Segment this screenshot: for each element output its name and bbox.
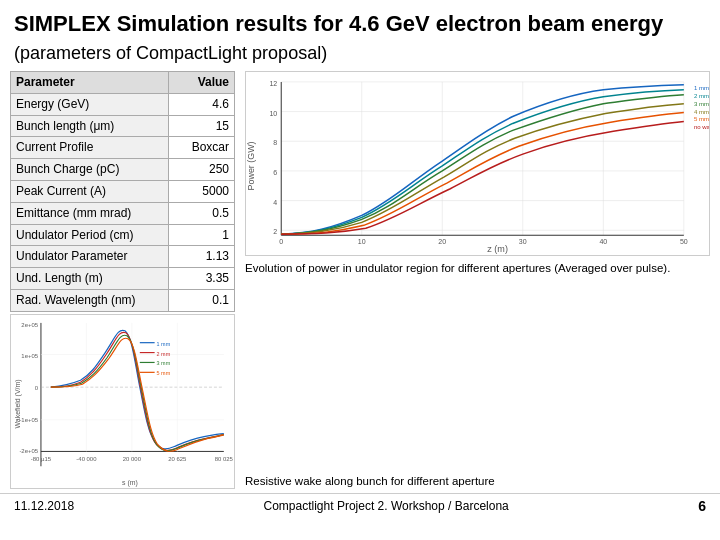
param-value: 0.1 [168, 289, 234, 311]
svg-text:20: 20 [438, 238, 446, 245]
param-name: Emittance (mm mrad) [11, 202, 169, 224]
param-value: 1 [168, 224, 234, 246]
svg-text:0: 0 [279, 238, 283, 245]
bottom-row: Wakefield (V/m) s (m) 2e+05 1e+05 0 -1e+ [0, 314, 720, 489]
svg-text:5 mm: 5 mm [694, 117, 709, 123]
footer-center: Compactlight Project 2. Workshop / Barce… [74, 499, 698, 513]
table-row: Undulator Parameter1.13 [11, 246, 235, 268]
power-chart-svg: Power (GW) z (m) [246, 72, 709, 255]
param-value: 15 [168, 115, 234, 137]
svg-text:3 mm: 3 mm [157, 360, 171, 366]
param-name: Undulator Period (cm) [11, 224, 169, 246]
svg-text:1 mm: 1 mm [157, 340, 171, 346]
svg-text:80 025: 80 025 [215, 456, 234, 462]
table-row: Rad. Wavelength (nm)0.1 [11, 289, 235, 311]
svg-text:-40 000: -40 000 [76, 456, 97, 462]
svg-text:2 mm: 2 mm [157, 350, 171, 356]
wake-chart-svg: Wakefield (V/m) s (m) 2e+05 1e+05 0 -1e+ [11, 315, 234, 488]
svg-text:3 mm: 3 mm [694, 101, 709, 107]
svg-text:2 mm: 2 mm [694, 93, 709, 99]
svg-text:2: 2 [273, 228, 277, 235]
svg-text:z (m): z (m) [487, 244, 508, 254]
param-name: Und. Length (m) [11, 268, 169, 290]
page-title: SIMPLEX Simulation results for 4.6 GeV e… [14, 10, 706, 65]
param-name: Bunch Charge (pC) [11, 159, 169, 181]
table-row: Bunch length (μm)15 [11, 115, 235, 137]
right-panel: Power (GW) z (m) [245, 71, 710, 312]
svg-text:1e+05: 1e+05 [21, 353, 38, 359]
svg-text:8: 8 [273, 139, 277, 146]
param-value: 0.5 [168, 202, 234, 224]
svg-text:12: 12 [269, 80, 277, 87]
param-value: 5000 [168, 180, 234, 202]
param-value: 4.6 [168, 93, 234, 115]
param-value: Value [168, 72, 234, 94]
svg-text:30: 30 [519, 238, 527, 245]
title-text: SIMPLEX Simulation results for 4.6 GeV e… [14, 11, 663, 36]
page-header: SIMPLEX Simulation results for 4.6 GeV e… [0, 0, 720, 71]
table-row: Bunch Charge (pC)250 [11, 159, 235, 181]
svg-text:20 625: 20 625 [168, 456, 187, 462]
param-value: 250 [168, 159, 234, 181]
subtitle-text: (parameters of CompactLight proposal) [14, 43, 327, 63]
chart-bottom-right: Resistive wake along bunch for different… [245, 314, 710, 489]
wake-chart: Wakefield (V/m) s (m) 2e+05 1e+05 0 -1e+ [10, 314, 235, 489]
table-row: Energy (GeV)4.6 [11, 93, 235, 115]
param-name: Current Profile [11, 137, 169, 159]
param-value: 1.13 [168, 246, 234, 268]
svg-text:5 mm: 5 mm [157, 370, 171, 376]
svg-text:6: 6 [273, 169, 277, 176]
param-value: 3.35 [168, 268, 234, 290]
svg-text:-80 µ15: -80 µ15 [31, 456, 52, 462]
param-name: Energy (GeV) [11, 93, 169, 115]
chart-top-caption: Evolution of power in undulator region f… [245, 256, 710, 280]
svg-text:2e+05: 2e+05 [21, 322, 38, 328]
svg-text:4 mm: 4 mm [694, 109, 709, 115]
svg-text:10: 10 [269, 110, 277, 117]
table-row: Undulator Period (cm)1 [11, 224, 235, 246]
table-row: Current ProfileBoxcar [11, 137, 235, 159]
svg-text:50: 50 [680, 238, 688, 245]
svg-text:no wake: no wake [694, 124, 709, 130]
svg-text:s (m): s (m) [122, 479, 138, 487]
footer-page: 6 [698, 498, 706, 514]
table-row: ParameterValue [11, 72, 235, 94]
param-value: Boxcar [168, 137, 234, 159]
params-table: ParameterValueEnergy (GeV)4.6Bunch lengt… [10, 71, 235, 312]
chart-bottom-caption: Resistive wake along bunch for different… [245, 475, 495, 489]
param-name: Bunch length (μm) [11, 115, 169, 137]
footer-date: 11.12.2018 [14, 499, 74, 513]
table-row: Und. Length (m)3.35 [11, 268, 235, 290]
content-area: ParameterValueEnergy (GeV)4.6Bunch lengt… [0, 71, 720, 312]
footer: 11.12.2018 Compactlight Project 2. Works… [0, 493, 720, 518]
svg-text:-1e+05: -1e+05 [19, 417, 38, 423]
param-name: Rad. Wavelength (nm) [11, 289, 169, 311]
svg-text:1 mm: 1 mm [694, 85, 709, 91]
power-chart: Power (GW) z (m) [245, 71, 710, 256]
left-panel: ParameterValueEnergy (GeV)4.6Bunch lengt… [10, 71, 235, 312]
table-row: Peak Current (A)5000 [11, 180, 235, 202]
svg-text:10: 10 [358, 238, 366, 245]
table-row: Emittance (mm mrad)0.5 [11, 202, 235, 224]
param-name: Parameter [11, 72, 169, 94]
param-name: Peak Current (A) [11, 180, 169, 202]
svg-text:4: 4 [273, 199, 277, 206]
param-name: Undulator Parameter [11, 246, 169, 268]
svg-text:Power (GW): Power (GW) [246, 142, 256, 191]
svg-text:20 000: 20 000 [123, 456, 142, 462]
svg-text:40: 40 [599, 238, 607, 245]
svg-text:-2e+05: -2e+05 [19, 448, 38, 454]
